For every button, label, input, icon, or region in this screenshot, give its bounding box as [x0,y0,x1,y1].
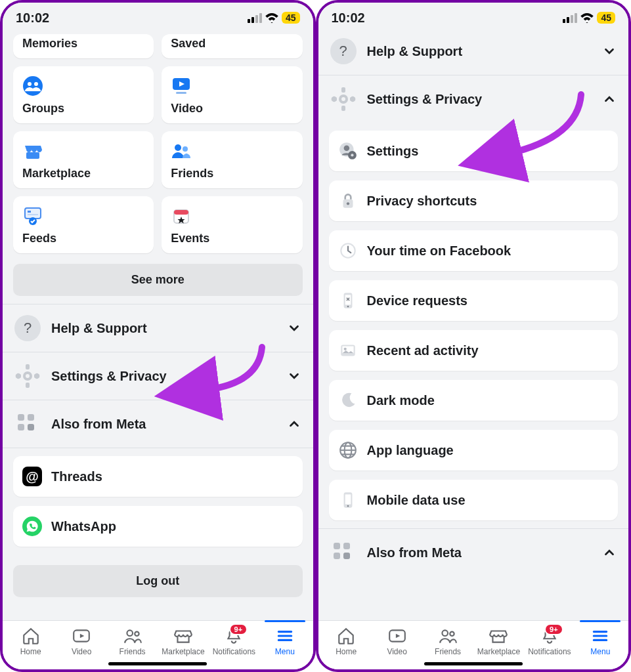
menu-scroll[interactable]: Memories Saved Groups Video [3,28,313,669]
tab-notifications[interactable]: 9+ Notifications [209,626,259,656]
sub-item-label: Privacy shortcuts [367,194,477,209]
tile-video[interactable]: Video [162,66,302,123]
marketplace-icon [22,140,43,161]
svg-rect-65 [334,553,340,559]
tab-label: Video [72,647,91,656]
accordion-help-support[interactable]: ? Help & Support [318,28,629,75]
tab-label: Notifications [528,647,571,656]
svg-rect-10 [28,211,31,213]
svg-rect-28 [18,424,24,430]
svg-rect-26 [18,414,24,421]
tile-label: Memories [22,37,144,51]
svg-rect-61 [345,494,351,504]
tab-video[interactable]: Video [372,626,422,656]
sub-item-label: Recent ad activity [367,343,479,358]
notification-badge: 9+ [544,623,563,635]
settings-item-recent-ad[interactable]: Recent ad activity [329,330,619,371]
tile-memories[interactable]: Memories [13,34,154,58]
clock-icon [338,241,358,261]
menu-scroll[interactable]: ? Help & Support Settings & Privacy Sett… [318,28,629,669]
tile-events[interactable]: Events [162,196,302,253]
logout-button[interactable]: Log out [13,565,303,597]
sub-item-label: Dark mode [367,393,435,408]
see-more-button[interactable]: See more [13,264,303,296]
status-bar: 10:02 45 [318,3,629,28]
svg-point-69 [442,630,448,636]
settings-item-privacy-shortcuts[interactable]: Privacy shortcuts [329,180,619,221]
sub-item-label: Settings [367,144,419,159]
tab-label: Notifications [213,647,255,656]
tile-saved[interactable]: Saved [162,34,302,58]
svg-marker-31 [80,634,84,638]
chevron-up-icon [602,92,617,106]
tile-label: Saved [171,37,293,51]
sub-item-label: Threads [51,469,102,484]
tab-home[interactable]: Home [321,626,372,656]
profile-gear-icon [338,141,358,161]
video-icon [171,75,192,96]
notification-badge: 9+ [229,623,248,635]
tab-friends[interactable]: Friends [422,626,473,656]
tile-label: Video [171,102,293,116]
tab-label: Friends [435,647,461,656]
tab-marketplace[interactable]: Marketplace [473,626,524,656]
meta-app-threads[interactable]: @ Threads [13,456,303,497]
svg-point-2 [34,82,38,86]
tab-home[interactable]: Home [5,626,56,656]
tile-marketplace[interactable]: Marketplace [13,131,154,188]
sub-item-label: Mobile data use [367,493,466,508]
accordion-settings-privacy[interactable]: Settings & Privacy [318,75,629,123]
tab-menu[interactable]: Menu [259,626,310,656]
tab-menu[interactable]: Menu [575,626,626,656]
svg-point-1 [28,82,32,86]
settings-item-dark-mode[interactable]: Dark mode [329,380,619,421]
svg-rect-35 [341,87,345,93]
events-icon [171,205,192,226]
tile-friends[interactable]: Friends [162,131,302,188]
sub-item-label: App language [367,443,454,458]
accordion-also-from-meta[interactable]: Also from Meta [318,529,629,576]
tab-video[interactable]: Video [56,626,106,656]
tile-label: Feeds [22,232,144,245]
svg-rect-66 [343,553,350,559]
image-icon [338,341,358,360]
tab-friends[interactable]: Friends [107,626,158,656]
tab-marketplace[interactable]: Marketplace [158,626,208,656]
tab-notifications[interactable]: 9+ Notifications [524,626,575,656]
accordion-also-from-meta[interactable]: Also from Meta [3,400,313,448]
svg-point-43 [341,97,345,101]
tile-feeds[interactable]: Feeds [13,196,154,253]
settings-item-your-time[interactable]: Your time on Facebook [329,230,619,271]
svg-rect-24 [15,373,22,379]
chevron-down-icon [602,44,617,58]
gear-icon [330,86,357,112]
meta-apps-icon [330,539,357,566]
svg-point-8 [183,146,188,152]
settings-item-settings[interactable]: Settings [329,131,619,171]
chevron-up-icon [287,417,301,431]
tab-label: Marketplace [477,647,520,656]
sub-item-label: Your time on Facebook [367,243,511,259]
tile-groups[interactable]: Groups [13,66,154,123]
tab-label: Menu [275,647,295,656]
accordion-help-support[interactable]: ? Help & Support [3,304,313,352]
lock-icon [338,191,358,211]
status-time: 10:02 [332,10,365,26]
whatsapp-icon [22,516,42,536]
chevron-down-icon [287,369,301,383]
chevron-down-icon [287,321,301,335]
settings-item-app-language[interactable]: App language [329,430,619,471]
signal-icon [248,13,262,23]
settings-item-mobile-data[interactable]: Mobile data use [329,480,619,520]
accordion-label: Also from Meta [51,417,276,432]
svg-rect-41 [349,96,356,102]
friends-icon [171,140,192,161]
svg-rect-6 [26,152,39,159]
meta-app-whatsapp[interactable]: WhatsApp [13,506,303,547]
battery-badge: 45 [597,12,615,24]
accordion-settings-privacy[interactable]: Settings & Privacy [3,352,313,400]
tab-label: Friends [120,647,146,656]
home-indicator [424,662,523,665]
settings-item-device-requests[interactable]: Device requests [329,280,619,321]
wifi-icon [580,12,594,23]
